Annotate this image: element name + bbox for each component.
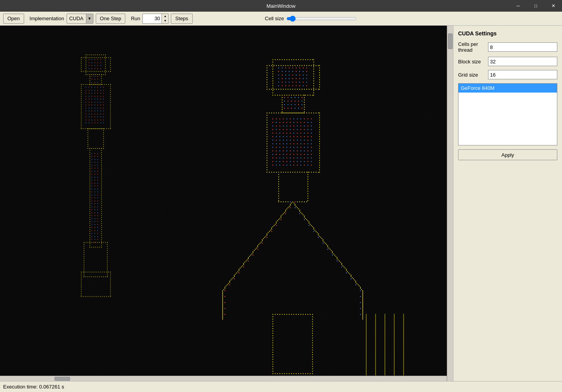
close-button[interactable]: ✕ [544, 0, 562, 12]
settings-panel: CUDA Settings Cells per thread Block siz… [453, 26, 562, 381]
steps-spinbox: ▲ ▼ [162, 14, 169, 24]
run-label: Run [131, 16, 140, 21]
simulation-area [0, 26, 447, 381]
impl-dropdown-arrow[interactable]: ▼ [86, 14, 93, 23]
restore-button[interactable]: □ [527, 0, 544, 12]
settings-title: CUDA Settings [458, 30, 557, 37]
vertical-scrollbar[interactable] [447, 26, 453, 381]
block-size-input[interactable] [488, 57, 557, 66]
one-step-button[interactable]: One Step [96, 14, 126, 24]
cell-size-label: Cell size [265, 16, 284, 21]
apply-button[interactable]: Apply [458, 149, 557, 160]
window-controls: ─ □ ✕ [509, 0, 562, 12]
simulation-canvas[interactable] [0, 26, 447, 381]
window-title: MainWindow [267, 3, 295, 9]
cuda-label: CUDA [67, 16, 86, 21]
minimize-button[interactable]: ─ [509, 0, 527, 12]
steps-input-wrap: ▲ ▼ [142, 14, 169, 24]
grid-size-row: Grid size [458, 70, 557, 79]
canvas-inner [0, 26, 453, 381]
cell-size-wrap: Cell size [265, 15, 357, 23]
main-area: CUDA Settings Cells per thread Block siz… [0, 26, 562, 381]
steps-button[interactable]: Steps [171, 14, 192, 24]
horizontal-scrollbar[interactable] [0, 376, 447, 381]
execution-time: Execution time: 0.067261 s [3, 384, 64, 390]
steps-up-button[interactable]: ▲ [162, 14, 168, 19]
device-list[interactable]: GeForce 840M [458, 83, 557, 145]
grid-size-label: Grid size [458, 72, 488, 78]
steps-down-button[interactable]: ▼ [162, 19, 168, 23]
open-button[interactable]: Open [3, 14, 24, 24]
cells-per-thread-row: Cells per thread [458, 41, 557, 53]
cells-per-thread-label: Cells per thread [458, 41, 488, 53]
implementation-select[interactable]: CUDA ▼ [67, 14, 93, 24]
title-bar: MainWindow ─ □ ✕ [0, 0, 562, 12]
block-size-label: Block size [458, 59, 488, 65]
canvas-container [0, 26, 453, 381]
block-size-row: Block size [458, 57, 557, 66]
cell-size-slider[interactable] [286, 15, 357, 23]
cells-per-thread-input[interactable] [488, 42, 557, 52]
grid-size-input[interactable] [488, 70, 557, 79]
toolbar: Open Implementation CUDA ▼ One Step Run … [0, 12, 562, 26]
hscroll-thumb[interactable] [54, 377, 70, 381]
vscroll-thumb[interactable] [448, 33, 453, 49]
implementation-label: Implementation [30, 16, 64, 21]
device-item-0[interactable]: GeForce 840M [458, 84, 557, 93]
steps-input[interactable] [142, 14, 162, 24]
status-bar: Execution time: 0.067261 s [0, 381, 562, 392]
